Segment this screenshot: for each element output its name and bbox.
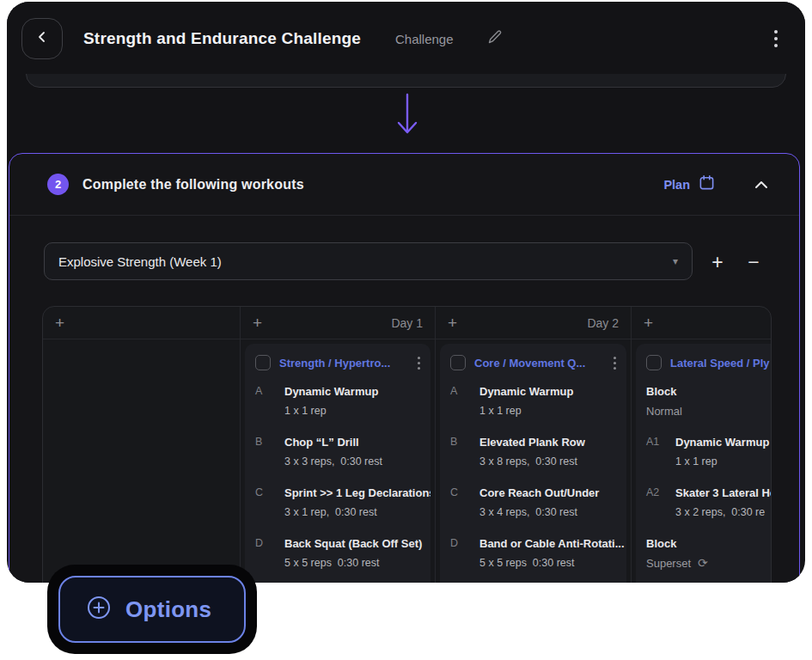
exercise-row: A Dynamic Warmup 1 x 1 rep bbox=[450, 382, 626, 421]
exercise-name: Band or Cable Anti-Rotati... bbox=[479, 534, 625, 553]
options-highlight-ring: Options bbox=[47, 565, 257, 654]
exercise-detail: 1 x 1 rep bbox=[675, 452, 769, 472]
workout-card-day2[interactable]: Core / Movement Q... A Dynamic Warmup 1 … bbox=[440, 344, 626, 583]
workout-card-day1[interactable]: Strength / Hypertro... A Dynamic Warmup … bbox=[245, 344, 430, 583]
remove-week-button[interactable]: − bbox=[738, 248, 769, 276]
collapse-chevron-icon[interactable] bbox=[754, 177, 768, 192]
exercise-detail: 3 x 4 reps, 0:30 rest bbox=[479, 503, 599, 522]
exercise-detail: 1 x 1 rep bbox=[284, 401, 378, 421]
workout-kebab-icon[interactable] bbox=[612, 355, 618, 371]
add-workout-icon[interactable]: + bbox=[253, 315, 262, 331]
board-column-day1-header: + Day 1 bbox=[241, 307, 435, 339]
exercise-tag: C bbox=[450, 483, 479, 522]
exercise-row: A2 Skater 3 Lateral Ho 3 x 2 reps, 0:30 … bbox=[646, 483, 772, 522]
step-2-card: 2 Complete the following workouts Plan E… bbox=[9, 153, 800, 583]
step-header: 2 Complete the following workouts Plan bbox=[9, 154, 799, 216]
exercise-name: Chop “L” Drill bbox=[284, 432, 382, 452]
board-column-day3-body: Lateral Speed / Ply Block Normal A1 Dyna… bbox=[632, 339, 771, 583]
exercise-name: Elevated Plank Row bbox=[479, 432, 585, 452]
select-caret-icon: ▾ bbox=[673, 255, 678, 267]
options-label: Options bbox=[125, 596, 211, 623]
flow-down-arrow-icon bbox=[395, 93, 419, 143]
workout-board: + + Day 1 Strength / Hypertro... bbox=[42, 306, 772, 583]
step-number-badge: 2 bbox=[47, 174, 69, 195]
workout-checkbox[interactable] bbox=[450, 355, 466, 370]
add-workout-icon[interactable]: + bbox=[55, 315, 64, 331]
day-label: Day 1 bbox=[391, 316, 423, 330]
exercise-name: Dynamic Warmup bbox=[675, 432, 769, 452]
exercise-detail: 5 x 5 reps 0:30 rest bbox=[284, 553, 422, 573]
page-title: Strength and Endurance Challenge bbox=[83, 29, 361, 48]
board-column-day1: + Day 1 Strength / Hypertro... A Dynamic… bbox=[241, 307, 436, 583]
workout-card-day3[interactable]: Lateral Speed / Ply Block Normal A1 Dyna… bbox=[636, 344, 772, 583]
week-select-value: Explosive Strength (Week 1) bbox=[58, 254, 222, 269]
block-label: Block bbox=[646, 534, 772, 553]
board-column-day1-body: Strength / Hypertro... A Dynamic Warmup … bbox=[241, 339, 435, 583]
exercise-name: Back Squat (Back Off Set) bbox=[284, 534, 422, 553]
edit-pencil-icon[interactable] bbox=[486, 28, 504, 49]
exercise-detail: 5 x 5 reps 0:30 rest bbox=[479, 553, 625, 573]
overflow-menu-icon[interactable] bbox=[772, 28, 779, 49]
exercise-name: Skater 3 Lateral Ho bbox=[675, 483, 772, 503]
exercise-row: A1 Dynamic Warmup 1 x 1 rep bbox=[646, 432, 772, 472]
exercise-detail: 3 x 3 reps, 0:30 rest bbox=[284, 452, 382, 472]
plus-circle-icon bbox=[86, 595, 112, 624]
exercise-tag: C bbox=[255, 483, 284, 522]
exercise-detail: 3 x 8 reps, 0:30 rest bbox=[479, 452, 585, 472]
exercise-row: B Elevated Plank Row 3 x 8 reps, 0:30 re… bbox=[450, 432, 626, 472]
plan-label: Plan bbox=[663, 178, 690, 192]
workout-title-link[interactable]: Strength / Hypertro... bbox=[279, 357, 390, 370]
add-week-button[interactable]: + bbox=[702, 248, 733, 276]
board-column-day3-header: + bbox=[632, 307, 771, 339]
board-column-day2: + Day 2 Core / Movement Q... A Dynamic W… bbox=[436, 307, 632, 583]
block-row: Block Superset ⟳ bbox=[646, 534, 772, 573]
workout-checkbox[interactable] bbox=[255, 355, 271, 370]
workout-kebab-icon[interactable] bbox=[416, 355, 422, 371]
exercise-row: C Core Reach Out/Under 3 x 4 reps, 0:30 … bbox=[450, 483, 626, 522]
workout-title-link[interactable]: Lateral Speed / Ply bbox=[670, 357, 770, 370]
workout-checkbox[interactable] bbox=[646, 355, 662, 370]
calendar-icon bbox=[699, 174, 715, 194]
exercise-tag: A bbox=[450, 382, 479, 421]
board-column-day2-body: Core / Movement Q... A Dynamic Warmup 1 … bbox=[436, 339, 631, 583]
back-chevron-icon bbox=[36, 31, 48, 46]
workout-title-link[interactable]: Core / Movement Q... bbox=[474, 357, 585, 370]
top-header: Strength and Endurance Challenge Challen… bbox=[7, 2, 805, 74]
exercise-row: C Sprint >> 1 Leg Declarations 3 x 1 rep… bbox=[255, 483, 430, 522]
day-label: Day 2 bbox=[587, 316, 619, 330]
exercise-detail: 3 x 2 reps, 0:30 re bbox=[675, 503, 772, 522]
block-mode: Normal bbox=[646, 401, 772, 421]
exercise-tag: D bbox=[255, 534, 284, 573]
exercise-detail: 1 x 1 rep bbox=[479, 401, 573, 421]
plan-button[interactable]: Plan bbox=[663, 174, 715, 194]
board-column-0-body bbox=[43, 339, 240, 583]
board-column-day3: + Lateral Speed / Ply Block Normal bbox=[632, 307, 771, 583]
exercise-detail: 3 x 1 rep, 0:30 rest bbox=[284, 503, 430, 522]
exercise-name: Core Reach Out/Under bbox=[479, 483, 599, 503]
block-mode: Superset ⟳ bbox=[646, 553, 772, 573]
block-label: Block bbox=[646, 382, 772, 401]
exercise-tag: A bbox=[255, 382, 284, 421]
week-select-dropdown[interactable]: Explosive Strength (Week 1) ▾ bbox=[44, 242, 693, 280]
board-column-0-header: + bbox=[43, 307, 240, 339]
exercise-row: A Dynamic Warmup 1 x 1 rep bbox=[255, 382, 430, 421]
exercise-name: Dynamic Warmup bbox=[284, 382, 378, 401]
exercise-row: D Band or Cable Anti-Rotati... 5 x 5 rep… bbox=[450, 534, 626, 573]
add-workout-icon[interactable]: + bbox=[644, 315, 653, 331]
exercise-tag: D bbox=[450, 534, 479, 573]
exercise-tag: A1 bbox=[646, 432, 675, 472]
back-button[interactable] bbox=[21, 18, 63, 59]
options-button[interactable]: Options bbox=[58, 576, 246, 643]
app-window: Strength and Endurance Challenge Challen… bbox=[7, 2, 805, 583]
block-mode-text: Superset bbox=[646, 553, 691, 573]
exercise-name: Dynamic Warmup bbox=[479, 382, 573, 401]
exercise-row: B Chop “L” Drill 3 x 3 reps, 0:30 rest bbox=[255, 432, 430, 472]
block-row: Block Normal bbox=[646, 382, 772, 421]
exercise-tag: A2 bbox=[646, 483, 675, 522]
step-title: Complete the following workouts bbox=[82, 177, 304, 192]
challenge-type-label: Challenge bbox=[395, 32, 454, 46]
board-column-day2-header: + Day 2 bbox=[436, 307, 631, 339]
add-workout-icon[interactable]: + bbox=[448, 315, 457, 331]
exercise-tag: B bbox=[450, 432, 479, 472]
exercise-tag: B bbox=[255, 432, 284, 472]
